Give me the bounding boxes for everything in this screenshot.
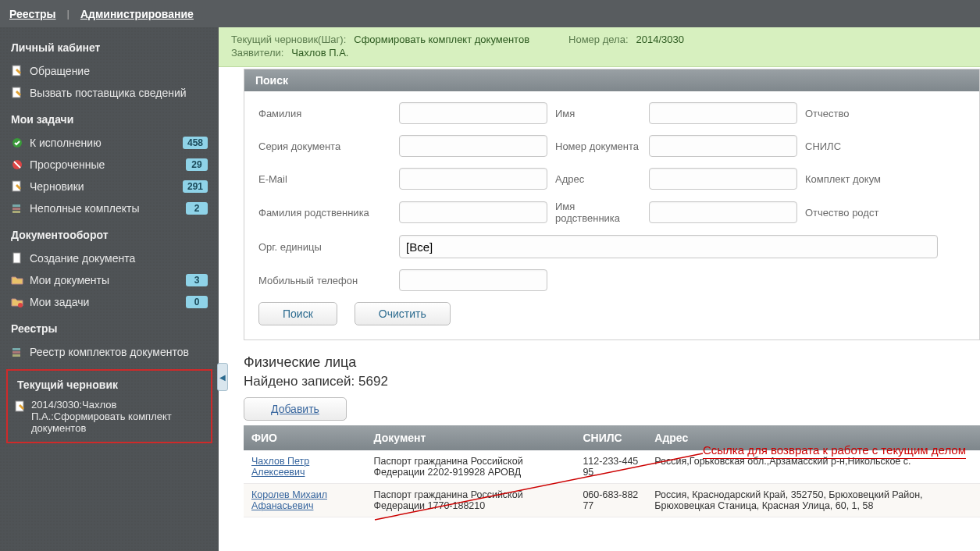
- section-cabinet: Личный кабинет: [0, 32, 219, 60]
- svg-rect-8: [13, 253, 20, 263]
- search-header: Поиск: [244, 69, 979, 91]
- section-tasks: Мои задачи: [0, 104, 219, 132]
- sidebar-item-label: К исполнению: [30, 137, 183, 149]
- nav-admin[interactable]: Администрирование: [80, 8, 194, 20]
- input-docnumber[interactable]: [649, 135, 797, 157]
- current-draft-link[interactable]: 2014/3030:Чахлов П.А.:Сформировать компл…: [14, 399, 205, 434]
- badge: 291: [183, 180, 208, 193]
- sidebar-item-call-provider[interactable]: Вызвать поставщика сведений: [0, 82, 219, 104]
- doc-edit-icon: [11, 65, 23, 77]
- badge: 0: [186, 296, 208, 308]
- lbl-docnumber: Номер документа: [555, 140, 641, 152]
- cell-doc: Паспорт гражданина Российской Федерации …: [366, 484, 576, 517]
- case-label: Номер дела:: [568, 34, 628, 45]
- stack-icon: [11, 202, 23, 215]
- add-button[interactable]: Добавить: [244, 397, 347, 421]
- section-docflow: Документооборот: [0, 219, 219, 247]
- lbl-docset: Комплект докум: [805, 173, 881, 185]
- content: Поиск Фамилия Имя Отчество Серия докумен…: [219, 67, 980, 551]
- cell-address: Россия, Краснодарский Край, 352750, Брюх…: [647, 484, 980, 517]
- col-snils: СНИЛС: [575, 425, 647, 450]
- input-rel-firstname[interactable]: [649, 201, 797, 223]
- input-address[interactable]: [649, 168, 797, 190]
- sidebar-item-label: Неполные комплекты: [30, 202, 186, 215]
- nav-registries[interactable]: Реестры: [9, 8, 56, 20]
- svg-rect-11: [12, 351, 20, 354]
- input-docseries[interactable]: [399, 135, 547, 157]
- sidebar-item-registry-docsets[interactable]: Реестр комплектов документов: [0, 341, 219, 363]
- col-fio: ФИО: [244, 425, 366, 450]
- badge: 458: [183, 137, 208, 149]
- doc-edit-icon: [11, 180, 23, 193]
- case-info-bar: Текущий черновик(Шаг): Сформировать комп…: [219, 27, 980, 67]
- results-title: Физические лица: [244, 354, 980, 371]
- sidebar-item-label: Обращение: [30, 65, 208, 77]
- search-panel: Поиск Фамилия Имя Отчество Серия докумен…: [244, 69, 980, 340]
- svg-rect-6: [12, 208, 20, 210]
- badge: 29: [186, 158, 208, 171]
- sidebar-item-label: Мои задачи: [30, 296, 186, 308]
- svg-rect-10: [12, 348, 20, 350]
- section-registries: Реестры: [0, 313, 219, 341]
- lbl-rel-lastname: Фамилия родственника: [258, 207, 391, 219]
- sidebar-item-label: Реестр комплектов документов: [30, 346, 208, 358]
- person-link[interactable]: Королев Михаил Афанасьевич: [251, 489, 327, 511]
- step-label: Текущий черновик(Шаг):: [231, 34, 346, 45]
- sidebar-item-my-docs[interactable]: Мои документы 3: [0, 269, 219, 291]
- input-org-units[interactable]: [399, 235, 938, 258]
- folder-task-icon: [11, 296, 23, 308]
- svg-rect-5: [12, 204, 20, 207]
- input-firstname[interactable]: [649, 102, 797, 124]
- sidebar-item-incomplete[interactable]: Неполные комплекты 2: [0, 197, 219, 219]
- sidebar-item-create-doc[interactable]: Создание документа: [0, 247, 219, 269]
- input-rel-lastname[interactable]: [399, 201, 547, 223]
- sidebar-item-label: Мои документы: [30, 274, 186, 286]
- svg-rect-7: [12, 211, 20, 213]
- lbl-rel-firstname: Имя родственника: [555, 201, 641, 224]
- check-circle-icon: [11, 137, 23, 149]
- doc-edit-icon: [11, 87, 23, 99]
- applicants-label: Заявители:: [231, 47, 283, 59]
- sidebar: Личный кабинет Обращение Вызвать поставщ…: [0, 27, 219, 551]
- lbl-email: E-Mail: [258, 173, 391, 185]
- doc-edit-icon: [14, 400, 27, 413]
- cell-doc: Паспорт гражданина Российской Федерации …: [366, 450, 576, 484]
- sidebar-item-drafts[interactable]: Черновики 291: [0, 176, 219, 197]
- lbl-patronymic: Отчество: [805, 108, 850, 119]
- results-count: Найдено записей: 5692: [244, 374, 980, 389]
- annotation-text: Ссылка для возврата к работе с текущим д…: [703, 443, 966, 459]
- svg-rect-12: [12, 354, 20, 357]
- sidebar-item-docflow-tasks[interactable]: Мои задачи 0: [0, 291, 219, 313]
- badge: 3: [186, 274, 208, 286]
- lbl-snils: СНИЛС: [805, 140, 841, 152]
- cell-snils: 060-683-882 77: [575, 484, 647, 517]
- sidebar-item-appeal[interactable]: Обращение: [0, 60, 219, 82]
- col-doc: Документ: [366, 425, 576, 450]
- applicants-value: Чахлов П.А.: [291, 47, 348, 59]
- nav-separator: |: [67, 8, 69, 20]
- sidebar-item-overdue[interactable]: Просроченные 29: [0, 154, 219, 176]
- lbl-lastname: Фамилия: [258, 108, 391, 119]
- current-draft-label: 2014/3030:Чахлов П.А.:Сформировать компл…: [31, 399, 205, 434]
- input-mobile[interactable]: [399, 269, 547, 291]
- step-value: Сформировать комплект документов: [354, 34, 529, 45]
- section-current-draft: Текущий черновик: [14, 379, 205, 399]
- clear-button[interactable]: Очистить: [355, 302, 451, 325]
- doc-icon: [11, 252, 23, 265]
- lbl-mobile: Мобильный телефон: [258, 275, 391, 286]
- search-button[interactable]: Поиск: [258, 302, 337, 325]
- person-link[interactable]: Чахлов Петр Алексеевич: [251, 456, 309, 478]
- folder-icon: [11, 274, 23, 286]
- sidebar-item-todo[interactable]: К исполнению 458: [0, 132, 219, 154]
- lbl-rel-patronymic: Отчество родст: [805, 207, 878, 219]
- top-nav: Реестры | Администрирование: [0, 0, 980, 27]
- current-draft-box: Текущий черновик 2014/3030:Чахлов П.А.:С…: [6, 369, 212, 443]
- table-row: Королев Михаил АфанасьевичПаспорт гражда…: [244, 484, 980, 517]
- sidebar-item-label: Создание документа: [30, 252, 208, 265]
- lbl-address: Адрес: [555, 173, 641, 185]
- lbl-docseries: Серия документа: [258, 140, 391, 152]
- input-email[interactable]: [399, 168, 547, 190]
- main-area: Текущий черновик(Шаг): Сформировать комп…: [219, 27, 980, 551]
- input-lastname[interactable]: [399, 102, 547, 124]
- lbl-firstname: Имя: [555, 108, 641, 119]
